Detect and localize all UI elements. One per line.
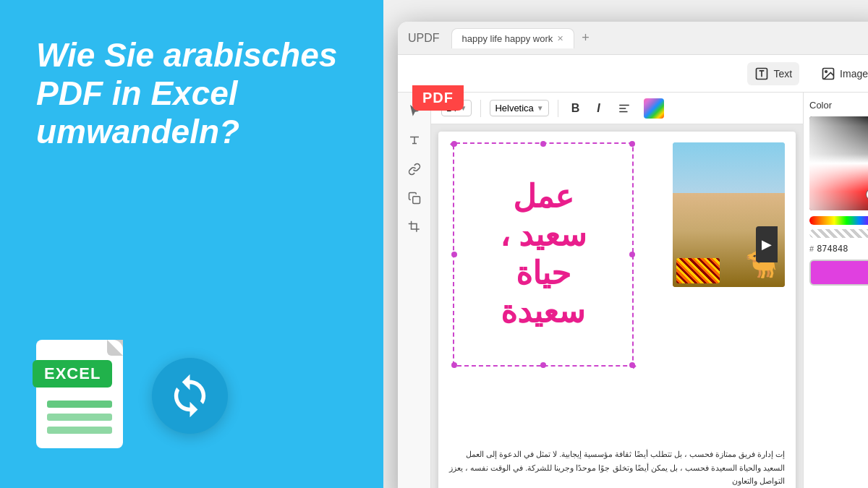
font-name-value: Helvetica (495, 103, 533, 114)
pdf-badge: PDF (412, 85, 464, 111)
doc-area: عملسعيد ،حياةسعيدة 🐪 إت إدا (431, 124, 803, 488)
left-panel: Wie Sie arabisches PDF in Excel umwandel… (0, 0, 383, 488)
align-icon (618, 102, 631, 115)
file-icon: EXCEL (36, 340, 130, 452)
sidebar-tools (398, 93, 431, 488)
file-line (47, 414, 112, 421)
main-content: 14 ▼ Helvetica ▼ B I (398, 93, 868, 488)
bottom-graphics: EXCEL (36, 340, 354, 466)
handle-bottom-left[interactable] (451, 362, 457, 368)
arabic-text-box[interactable]: عملسعيد ،حياةسعيدة (453, 142, 634, 367)
doc-page: عملسعيد ،حياةسعيدة 🐪 إت إدا (438, 132, 796, 488)
headline: Wie Sie arabisches PDF in Excel umwandel… (36, 36, 354, 151)
italic-button[interactable]: I (592, 100, 604, 117)
color-panel-title: Color (809, 100, 868, 111)
excel-badge: EXCEL (33, 360, 112, 388)
hex-hash: # (809, 244, 814, 253)
tab-active[interactable]: happy life happy work ✕ (451, 28, 575, 48)
format-bar: 14 ▼ Helvetica ▼ B I (431, 93, 803, 124)
font-name-arrow: ▼ (537, 104, 544, 112)
handle-mid-left[interactable] (451, 252, 457, 257)
file-lines (47, 401, 112, 434)
toolbar: Text Image (398, 55, 868, 93)
hex-value: 874848 (817, 244, 848, 254)
handle-bottom-right[interactable] (629, 362, 635, 368)
desert-photo: 🐪 (673, 142, 785, 287)
color-gradient-overlay (809, 116, 868, 210)
app-window: UPDF happy life happy work ✕ + Text (398, 22, 868, 488)
font-name-select[interactable]: Helvetica ▼ (490, 100, 548, 116)
right-panel: UPDF happy life happy work ✕ + Text (383, 0, 868, 488)
tab-bar: happy life happy work ✕ + (451, 28, 868, 48)
desert-sky (673, 142, 785, 193)
file-corner (107, 340, 123, 356)
image-btn-label: Image (840, 68, 868, 80)
file-body: EXCEL (36, 340, 123, 448)
color-sliders (809, 216, 868, 238)
rug-pattern (676, 258, 720, 283)
handle-mid-right[interactable] (629, 252, 635, 257)
svg-rect-3 (412, 197, 420, 204)
crop-icon (408, 221, 421, 234)
handle-top-right[interactable] (629, 141, 635, 147)
arabic-text-content: عملسعيد ،حياةسعيدة (500, 178, 587, 330)
handle-top-left[interactable] (451, 141, 457, 147)
bold-button[interactable]: B (567, 100, 584, 117)
color-value-row: # 874848 (809, 244, 868, 254)
text-btn-label: Text (773, 68, 792, 80)
image-tool-button[interactable]: Image (814, 62, 868, 85)
text-tool-icon (754, 67, 769, 81)
color-picker-button[interactable] (644, 98, 664, 119)
text-tool[interactable] (403, 129, 426, 152)
format-divider-2 (558, 100, 558, 117)
text-tool-button[interactable]: Text (747, 62, 799, 85)
sync-icon (152, 358, 228, 434)
copy-icon (408, 192, 421, 205)
updf-logo-text: UPDF (408, 32, 440, 44)
color-swatch[interactable] (809, 260, 868, 286)
image-tool-icon (821, 67, 835, 81)
svg-point-2 (825, 70, 827, 72)
handle-bottom-mid[interactable] (540, 362, 546, 368)
align-button[interactable] (613, 100, 635, 117)
crop-tool[interactable] (403, 215, 426, 239)
scroll-arrow[interactable]: ▶ (756, 226, 778, 262)
title-bar: UPDF happy life happy work ✕ + (398, 22, 868, 55)
hue-slider[interactable] (809, 216, 868, 225)
color-panel: Color # 874848 (803, 93, 868, 488)
updf-logo: UPDF (408, 32, 440, 45)
sync-arrows (166, 372, 213, 419)
tab-close-icon[interactable]: ✕ (557, 34, 563, 43)
tab-add-button[interactable]: + (577, 29, 594, 47)
handle-top-mid[interactable] (540, 141, 546, 147)
italic-label: I (597, 102, 600, 115)
file-line (47, 401, 112, 408)
body-text: إت إدارة فريق ممتازة فحسب ، بل تتطلب أيض… (449, 448, 785, 488)
text-icon (408, 134, 421, 147)
color-gradient[interactable] (809, 116, 868, 210)
link-icon (408, 163, 421, 176)
tab-label: happy life happy work (462, 33, 553, 44)
opacity-slider[interactable] (809, 229, 868, 238)
file-line (47, 427, 112, 434)
link-tool[interactable] (403, 158, 426, 181)
copy-tool[interactable] (403, 187, 426, 210)
format-divider-1 (480, 100, 481, 117)
bold-label: B (571, 102, 580, 115)
